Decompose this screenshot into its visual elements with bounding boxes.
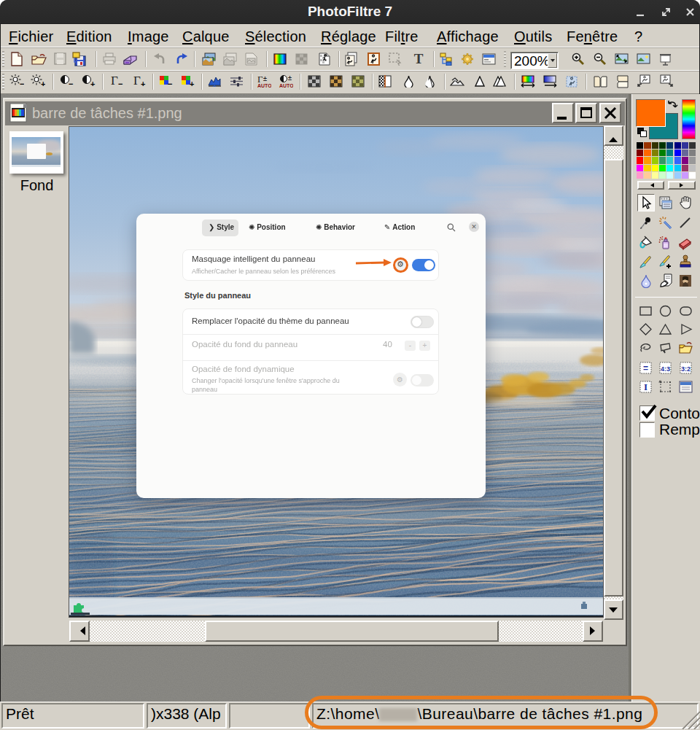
- svg-text:−: −: [20, 79, 24, 88]
- svg-text:=: =: [643, 363, 648, 373]
- svg-text:T: T: [414, 53, 424, 65]
- svg-text:+: +: [90, 79, 95, 88]
- svg-text:+: +: [190, 79, 194, 88]
- svg-text:4:3: 4:3: [661, 365, 670, 373]
- svg-text:±: ±: [288, 74, 292, 82]
- svg-text:AUTO: AUTO: [257, 83, 271, 88]
- svg-text:+: +: [141, 79, 145, 88]
- svg-text:−: −: [69, 79, 73, 88]
- svg-text:−: −: [168, 79, 172, 88]
- svg-text:3:2: 3:2: [681, 365, 691, 373]
- svg-text:−: −: [118, 79, 122, 88]
- svg-text:I: I: [644, 381, 648, 392]
- svg-text:±: ±: [263, 75, 267, 82]
- svg-text:+: +: [41, 79, 45, 88]
- svg-text:Γ: Γ: [111, 74, 118, 88]
- svg-text:Γ: Γ: [133, 74, 141, 88]
- svg-text:AUTO: AUTO: [279, 83, 293, 88]
